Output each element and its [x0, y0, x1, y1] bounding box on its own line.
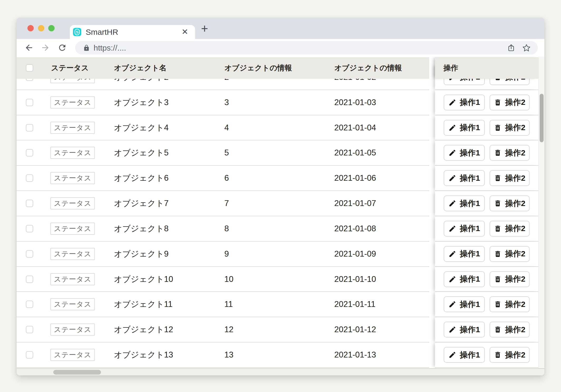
new-tab-button[interactable]: + — [198, 23, 211, 35]
column-header-info1: オブジェクトの情報 — [224, 63, 292, 73]
table-row: ステータス オブジェクト9 9 2021-01-09 操作1 操作2 — [17, 242, 544, 267]
screen: S SmartHR ✕ + https://.... — [0, 0, 561, 392]
action1-button[interactable]: 操作1 — [444, 296, 485, 312]
action1-button[interactable]: 操作1 — [444, 195, 485, 211]
action2-button[interactable]: 操作2 — [490, 120, 530, 136]
status-badge-label: ステータス — [54, 275, 91, 284]
trash-icon — [494, 300, 502, 308]
object-info1-cell: 11 — [224, 300, 233, 309]
pencil-icon — [448, 300, 456, 308]
tab-close-icon[interactable]: ✕ — [182, 25, 188, 39]
object-info2-cell: 2021-01-10 — [334, 275, 376, 284]
object-name-cell: オブジェクト3 — [114, 97, 169, 108]
action2-button[interactable]: 操作2 — [490, 221, 530, 237]
table-row: ステータス オブジェクト11 11 2021-01-11 操作1 操作2 — [17, 292, 544, 317]
reload-icon[interactable] — [57, 43, 67, 52]
horizontal-scrollbar[interactable] — [17, 368, 544, 375]
status-badge: ステータス — [50, 122, 95, 134]
action1-button[interactable]: 操作1 — [444, 170, 485, 186]
object-info1-cell: 8 — [224, 224, 229, 233]
action1-button[interactable]: 操作1 — [444, 246, 485, 262]
share-icon[interactable] — [507, 43, 516, 52]
svg-text:S: S — [76, 30, 78, 34]
action2-button[interactable]: 操作2 — [490, 296, 530, 312]
table-row: ステータス オブジェクト4 4 2021-01-04 操作1 操作2 — [17, 115, 544, 141]
object-info2-cell: 2021-01-11 — [334, 300, 375, 309]
action2-button[interactable]: 操作2 — [490, 322, 530, 337]
table-row-main: ステータス オブジェクト7 7 2021-01-07 — [17, 191, 429, 216]
action1-button[interactable]: 操作1 — [444, 271, 485, 287]
action1-button[interactable]: 操作1 — [444, 145, 485, 161]
column-header-info2: オブジェクトの情報 — [334, 63, 402, 73]
address-bar[interactable]: https://.... — [75, 41, 538, 55]
row-checkbox[interactable] — [26, 225, 33, 232]
vertical-scrollbar-thumb[interactable] — [540, 94, 544, 142]
vertical-scrollbar[interactable] — [538, 57, 544, 375]
object-info1-cell: 10 — [224, 275, 233, 284]
table-row-actions: 操作1 操作2 — [435, 292, 538, 317]
close-window-button[interactable] — [27, 25, 34, 31]
table-row-actions: 操作1 操作2 — [435, 90, 538, 115]
bookmark-star-icon[interactable] — [522, 43, 531, 52]
row-checkbox[interactable] — [26, 200, 33, 207]
pencil-icon — [448, 124, 456, 132]
pencil-icon — [448, 199, 456, 207]
row-checkbox[interactable] — [26, 99, 33, 106]
forward-icon[interactable] — [41, 43, 50, 52]
object-info2-cell: 2021-01-06 — [334, 173, 376, 183]
table-row-main: ステータス オブジェクト9 9 2021-01-09 — [17, 242, 429, 267]
action1-button[interactable]: 操作1 — [444, 221, 485, 237]
horizontal-scrollbar-thumb[interactable] — [53, 370, 101, 375]
table-row-main: ステータス オブジェクト4 4 2021-01-04 — [17, 115, 429, 141]
row-checkbox[interactable] — [26, 124, 33, 131]
status-badge: ステータス — [50, 147, 95, 159]
action2-button[interactable]: 操作2 — [490, 170, 530, 186]
tab-title: SmartHR — [86, 25, 118, 39]
zoom-window-button[interactable] — [48, 25, 55, 31]
table-header: ステータス オブジェクト名 オブジェクトの情報 オブジェクトの情報 操作 — [17, 57, 544, 79]
status-badge-label: ステータス — [54, 350, 91, 360]
action1-button[interactable]: 操作1 — [444, 322, 485, 337]
pencil-icon — [448, 250, 456, 258]
status-badge: ステータス — [50, 96, 95, 109]
tab-smarthr[interactable]: S SmartHR ✕ — [70, 25, 195, 39]
action2-button[interactable]: 操作2 — [490, 246, 530, 262]
row-checkbox[interactable] — [26, 174, 33, 182]
table-row: ステータス オブジェクト3 3 2021-01-03 操作1 操作2 — [17, 90, 544, 115]
row-checkbox[interactable] — [26, 276, 33, 283]
object-info1-cell: 12 — [224, 325, 233, 334]
action2-button[interactable]: 操作2 — [490, 271, 530, 287]
back-icon[interactable] — [24, 43, 34, 52]
action1-button[interactable]: 操作1 — [444, 95, 485, 110]
status-badge: ステータス — [50, 223, 95, 235]
tab-strip: S SmartHR ✕ + — [17, 18, 544, 39]
row-checkbox[interactable] — [26, 351, 33, 359]
action2-button[interactable]: 操作2 — [490, 347, 530, 363]
url-text: https://.... — [94, 43, 507, 52]
column-header-status: ステータス — [51, 63, 89, 73]
action2-button[interactable]: 操作2 — [490, 95, 530, 110]
status-badge-label: ステータス — [54, 123, 91, 133]
status-badge: ステータス — [50, 324, 95, 336]
status-badge: ステータス — [50, 298, 95, 310]
table-row: ステータス オブジェクト12 12 2021-01-12 操作1 操作2 — [17, 317, 544, 342]
action1-button[interactable]: 操作1 — [444, 120, 485, 136]
minimize-window-button[interactable] — [38, 25, 44, 31]
action2-label: 操作2 — [505, 324, 525, 335]
action1-label: 操作1 — [460, 148, 480, 158]
pencil-icon — [448, 149, 456, 157]
action2-label: 操作2 — [505, 350, 525, 360]
column-header-actions: 操作 — [443, 63, 458, 73]
action2-button[interactable]: 操作2 — [490, 145, 530, 161]
status-badge: ステータス — [50, 248, 95, 260]
row-checkbox[interactable] — [26, 149, 33, 156]
action1-button[interactable]: 操作1 — [444, 347, 485, 363]
row-checkbox[interactable] — [26, 250, 33, 258]
select-all-checkbox[interactable] — [26, 64, 33, 72]
row-checkbox[interactable] — [26, 301, 33, 308]
action2-button[interactable]: 操作2 — [490, 195, 530, 211]
action1-label: 操作1 — [460, 350, 480, 360]
trash-icon — [494, 99, 502, 106]
object-info1-cell: 4 — [224, 123, 229, 133]
row-checkbox[interactable] — [26, 326, 33, 333]
